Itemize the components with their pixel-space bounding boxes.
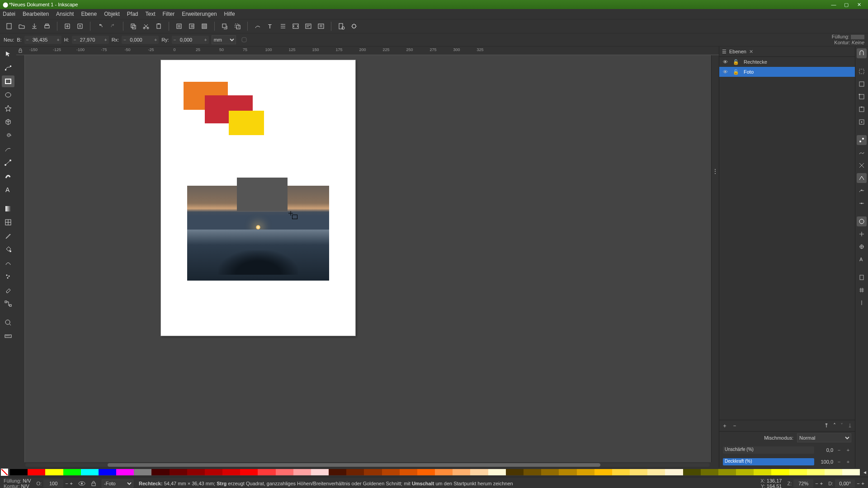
ruler-vertical[interactable]: [16, 55, 25, 462]
layer-row[interactable]: 👁🔓Foto: [719, 67, 855, 77]
clone-button[interactable]: [232, 21, 243, 32]
blur-decrement[interactable]: −: [836, 447, 842, 453]
status-fill-value[interactable]: N/V: [23, 478, 31, 483]
palette-none-swatch[interactable]: [1, 469, 8, 476]
bezier-tool[interactable]: [2, 157, 14, 169]
palette-swatch[interactable]: [754, 469, 771, 475]
menu-filter[interactable]: Filter: [163, 11, 175, 17]
status-rotation-inc[interactable]: +: [862, 481, 864, 486]
rectangle-tool[interactable]: [2, 75, 14, 87]
palette-swatch[interactable]: [151, 469, 169, 475]
status-stroke-value[interactable]: N/V: [21, 483, 29, 488]
palette-swatch[interactable]: [400, 469, 417, 475]
layers-panel-close[interactable]: ✕: [749, 49, 753, 55]
width-input[interactable]: [31, 36, 55, 44]
palette-menu-button[interactable]: ◂: [862, 469, 868, 475]
status-rotation-input[interactable]: [835, 479, 855, 488]
opacity-decrement[interactable]: −: [836, 459, 842, 465]
palette-swatch[interactable]: [28, 469, 45, 475]
palette-swatch[interactable]: [470, 469, 488, 475]
zoom-fit-drawing-button[interactable]: [186, 21, 197, 32]
zoom-fit-selection-button[interactable]: [174, 21, 184, 32]
rx-increment[interactable]: +: [152, 36, 159, 44]
layer-lock-icon[interactable]: 🔓: [733, 59, 739, 65]
menu-objekt[interactable]: Objekt: [104, 11, 120, 17]
ruler-horizontal[interactable]: -150-125-100-75-50-250255075100125150175…: [24, 47, 719, 55]
status-opacity-dec[interactable]: −: [65, 481, 68, 486]
palette-swatch[interactable]: [293, 469, 311, 475]
text-tool-button[interactable]: T: [265, 21, 276, 32]
rx-input[interactable]: [128, 36, 152, 44]
canvas[interactable]: [25, 55, 711, 462]
palette-swatch[interactable]: [825, 469, 842, 475]
status-zoom-inc[interactable]: +: [820, 481, 823, 486]
palette-swatch[interactable]: [771, 469, 789, 475]
snap-bbox-center[interactable]: [857, 117, 867, 127]
palette-swatch[interactable]: [116, 469, 134, 475]
palette-swatch[interactable]: [665, 469, 683, 475]
status-zoom-input[interactable]: [793, 479, 813, 488]
palette-swatch[interactable]: [647, 469, 665, 475]
palette-swatch[interactable]: [364, 469, 382, 475]
menu-datei[interactable]: Datei: [3, 11, 15, 17]
align-distribute-button[interactable]: [278, 21, 288, 32]
ry-decrement[interactable]: −: [172, 36, 178, 44]
status-opacity-inc[interactable]: +: [70, 481, 73, 486]
pencil-tool[interactable]: [2, 143, 14, 155]
opacity-slider[interactable]: Deckkraft (%): [723, 458, 814, 465]
snap-object-center[interactable]: [857, 229, 867, 239]
palette-swatch[interactable]: [258, 469, 275, 475]
palette-swatch[interactable]: [240, 469, 258, 475]
layer-row[interactable]: 👁🔓Rechtecke: [719, 57, 855, 67]
status-visibility-icon[interactable]: [78, 481, 85, 486]
layer-up-button[interactable]: ˄: [833, 422, 836, 429]
blur-increment[interactable]: +: [845, 447, 851, 453]
menu-text[interactable]: Text: [146, 11, 156, 17]
eraser-tool[interactable]: [2, 284, 14, 296]
palette-swatch[interactable]: [612, 469, 630, 475]
ruler-lock-icon[interactable]: [16, 47, 25, 55]
snap-bbox-corner[interactable]: [857, 92, 867, 102]
text-tool[interactable]: A: [2, 184, 14, 196]
palette-swatch[interactable]: [63, 469, 81, 475]
scrollbar-horizontal[interactable]: [16, 462, 719, 468]
palette-swatch[interactable]: [382, 469, 400, 475]
palette-swatch[interactable]: [187, 469, 205, 475]
paint-bucket-tool[interactable]: [2, 244, 14, 255]
fill-side-swatch[interactable]: [851, 35, 864, 39]
status-layer-select[interactable]: -Foto: [102, 479, 133, 488]
snap-text-baseline[interactable]: A: [857, 254, 867, 264]
mesh-tool[interactable]: [2, 216, 14, 228]
node-tool[interactable]: [2, 62, 14, 74]
palette-swatch[interactable]: [594, 469, 612, 475]
palette-swatch[interactable]: [577, 469, 594, 475]
print-button[interactable]: [42, 21, 52, 32]
selector-tool[interactable]: [2, 48, 14, 60]
status-lock-icon[interactable]: [91, 481, 96, 486]
window-close-button[interactable]: ✕: [853, 0, 865, 9]
export-button[interactable]: [75, 21, 85, 32]
menu-hilfe[interactable]: Hilfe: [224, 11, 235, 17]
palette-swatch[interactable]: [701, 469, 718, 475]
palette-swatch[interactable]: [134, 469, 151, 475]
tweak-tool[interactable]: [2, 257, 14, 269]
palette-swatch[interactable]: [45, 469, 63, 475]
window-minimize-button[interactable]: —: [827, 0, 840, 9]
open-doc-button[interactable]: [16, 21, 27, 32]
measure-tool[interactable]: [2, 330, 14, 342]
palette-swatch[interactable]: [559, 469, 576, 475]
rx-decrement[interactable]: −: [122, 36, 128, 44]
layer-visibility-icon[interactable]: 👁: [722, 69, 728, 75]
ry-input[interactable]: [178, 36, 203, 44]
canvas-rect[interactable]: [237, 178, 288, 211]
3d-box-tool[interactable]: [2, 116, 14, 128]
height-decrement[interactable]: −: [72, 36, 78, 44]
palette-swatch[interactable]: [736, 469, 754, 475]
palette-swatch[interactable]: [630, 469, 647, 475]
layer-add-button[interactable]: ＋: [722, 422, 727, 430]
palette-swatch[interactable]: [435, 469, 453, 475]
palette-swatch[interactable]: [683, 469, 701, 475]
layer-bottom-button[interactable]: ⤓: [848, 422, 852, 429]
menu-erweiterungen[interactable]: Erweiterungen: [182, 11, 217, 17]
undo-button[interactable]: [95, 21, 106, 32]
